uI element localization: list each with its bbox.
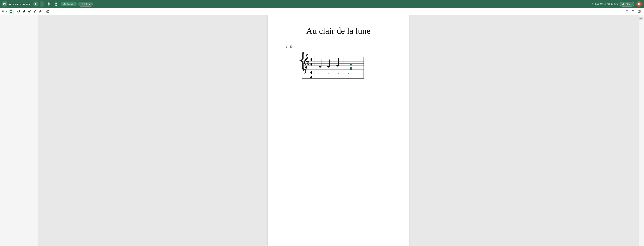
panel-toggle-button[interactable] bbox=[637, 9, 642, 14]
svg-rect-9 bbox=[10, 10, 11, 11]
audio-button[interactable] bbox=[53, 2, 59, 7]
svg-rect-23 bbox=[46, 11, 49, 13]
share-button[interactable]: Share bbox=[620, 2, 634, 7]
svg-text:𝄢: 𝄢 bbox=[302, 69, 308, 77]
header-right: Last save 1 minute ago Share TE bbox=[592, 1, 642, 7]
svg-point-19 bbox=[34, 12, 35, 13]
play-button[interactable] bbox=[33, 2, 38, 7]
zoom-out-button[interactable] bbox=[624, 9, 630, 14]
toolbar-whole-note[interactable] bbox=[16, 9, 21, 14]
svg-rect-33 bbox=[638, 10, 640, 13]
content-area[interactable]: Au clair de la lune ♩= 80 { Piano bbox=[38, 15, 638, 246]
svg-rect-12 bbox=[11, 12, 12, 13]
right-panel: << bbox=[638, 15, 644, 246]
svg-rect-0 bbox=[4, 3, 4, 5]
main-layout: Au clair de la lune ♩= 80 { Piano bbox=[0, 15, 644, 246]
score-title: Au clair de la lune bbox=[282, 26, 394, 36]
svg-point-21 bbox=[39, 12, 40, 13]
toolbar-grid-toggle[interactable] bbox=[8, 9, 14, 14]
svg-text:𝄽: 𝄽 bbox=[318, 72, 320, 74]
svg-text:𝄽: 𝄽 bbox=[328, 72, 330, 74]
turn-in-button[interactable]: Turn in bbox=[61, 2, 77, 6]
left-sidebar bbox=[0, 15, 38, 246]
app-logo[interactable] bbox=[2, 2, 7, 7]
edit-button[interactable]: Edit ▾ bbox=[78, 2, 92, 7]
playback-chevron[interactable]: ▾ bbox=[40, 2, 44, 7]
toolbar-eighth-note[interactable] bbox=[32, 9, 37, 14]
svg-line-27 bbox=[628, 12, 628, 13]
svg-rect-11 bbox=[10, 12, 11, 13]
svg-point-6 bbox=[623, 3, 624, 4]
toolbar-delete[interactable] bbox=[45, 9, 50, 14]
svg-text:4: 4 bbox=[310, 70, 312, 75]
svg-rect-10 bbox=[11, 10, 12, 11]
svg-point-13 bbox=[18, 11, 20, 12]
svg-rect-2 bbox=[5, 3, 6, 5]
svg-point-53 bbox=[336, 65, 338, 67]
svg-text:4: 4 bbox=[310, 62, 312, 66]
svg-rect-1 bbox=[4, 3, 5, 4]
svg-point-17 bbox=[28, 11, 30, 12]
svg-line-30 bbox=[634, 12, 634, 13]
toolbar-section-label: Note bbox=[2, 10, 7, 13]
score-page: Au clair de la lune ♩= 80 { Piano bbox=[268, 15, 409, 246]
user-avatar[interactable]: TE bbox=[636, 1, 642, 7]
svg-text:𝄽: 𝄽 bbox=[338, 72, 340, 74]
zoom-in-button[interactable] bbox=[630, 9, 636, 14]
toolbar-right bbox=[624, 9, 642, 14]
toolbar-half-note[interactable] bbox=[22, 9, 26, 14]
instruments-button[interactable] bbox=[46, 2, 51, 7]
svg-text:𝄞: 𝄞 bbox=[302, 54, 310, 69]
music-score-svg[interactable]: { Piano 𝄞 bbox=[296, 50, 369, 84]
score-area: ♩= 80 { Piano bbox=[286, 45, 394, 84]
note-toolbar: Note bbox=[0, 8, 644, 15]
svg-text:4: 4 bbox=[310, 57, 312, 62]
toolbar-sixteenth-note[interactable] bbox=[38, 9, 43, 14]
svg-text:𝄽: 𝄽 bbox=[348, 72, 350, 74]
svg-point-58 bbox=[350, 67, 352, 70]
score-wrapper: ♩= 80 { Piano bbox=[286, 45, 369, 84]
document-title: Au clair de la lune bbox=[9, 3, 31, 6]
toolbar-quarter-note[interactable] bbox=[27, 9, 32, 14]
svg-marker-3 bbox=[35, 3, 36, 5]
header: Au clair de la lune ▾ Turn in Edit ▾ bbox=[0, 0, 644, 8]
collapse-right-panel[interactable]: << bbox=[640, 17, 644, 20]
tempo-marking: ♩= 80 bbox=[286, 45, 369, 48]
last-save-status: Last save 1 minute ago bbox=[592, 3, 618, 5]
svg-point-15 bbox=[23, 11, 24, 12]
svg-point-56 bbox=[350, 64, 352, 66]
